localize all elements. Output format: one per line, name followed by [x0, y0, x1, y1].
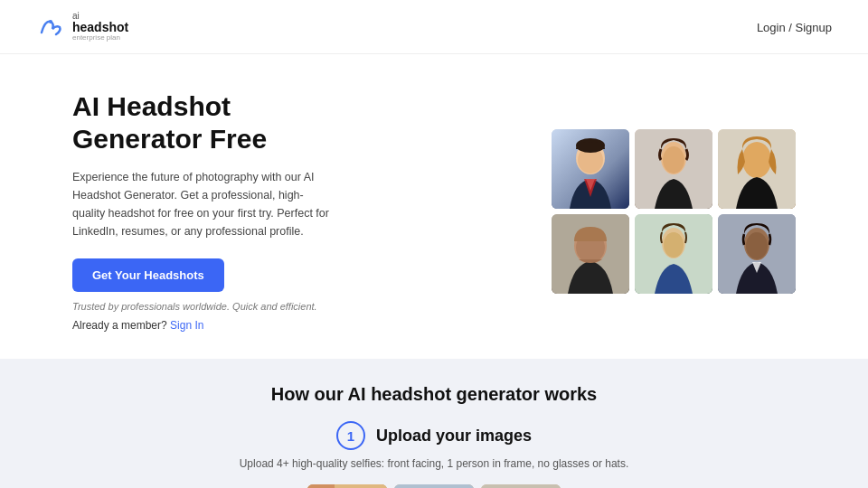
sign-in-prompt: Already a member?	[72, 319, 167, 332]
svg-rect-21	[335, 484, 387, 488]
trusted-text: Trusted by professionals worldwide. Quic…	[72, 301, 335, 312]
step-1-header: 1 Upload your images	[36, 421, 832, 450]
logo-text: ai headshot enterprise plan	[72, 11, 128, 42]
login-signup-link[interactable]: Login / Signup	[757, 21, 832, 34]
headshot-photo-3	[718, 129, 796, 209]
hero-title: AI Headshot Generator Free	[72, 90, 335, 155]
sample-photos	[36, 484, 832, 488]
logo-tagline-label: enterprise plan	[72, 34, 128, 42]
svg-rect-20	[307, 484, 335, 488]
header: ai headshot enterprise plan Login / Sign…	[0, 0, 868, 54]
how-title: How our AI headshot generator works	[36, 384, 832, 405]
step-1-number: 1	[336, 421, 365, 450]
hero-section: AI Headshot Generator Free Experience th…	[0, 54, 868, 359]
headshot-photo-4	[552, 214, 629, 294]
svg-point-15	[664, 232, 684, 258]
sample-photo-1	[307, 484, 387, 488]
how-section: How our AI headshot generator works 1 Up…	[0, 359, 868, 488]
get-headshots-button[interactable]: Get Your Headshots	[72, 258, 224, 292]
headshot-photo-6	[718, 214, 796, 294]
headshot-photo-2	[635, 129, 712, 209]
headshot-photo-5	[635, 214, 712, 294]
headshot-photo-1	[552, 129, 629, 209]
step-1-label: Upload your images	[376, 427, 532, 446]
svg-rect-23	[394, 484, 474, 488]
step-1-desc: Upload 4+ high-quality selfies: front fa…	[36, 457, 832, 470]
nav: Login / Signup	[757, 19, 832, 35]
sign-in-link[interactable]: Sign In	[170, 319, 203, 332]
svg-rect-26	[481, 484, 561, 488]
logo-headshot-label: headshot	[72, 21, 128, 34]
svg-point-18	[746, 232, 768, 259]
sample-photo-3	[481, 484, 561, 488]
hero-description: Experience the future of photography wit…	[72, 168, 335, 240]
logo-icon	[36, 13, 65, 42]
svg-point-9	[742, 142, 771, 178]
sample-photo-2	[394, 484, 474, 488]
svg-point-7	[663, 146, 684, 174]
hero-content: AI Headshot Generator Free Experience th…	[72, 90, 335, 332]
sign-in-line: Already a member? Sign In	[72, 319, 335, 332]
svg-point-0	[49, 20, 52, 23]
headshot-grid	[552, 129, 796, 294]
logo[interactable]: ai headshot enterprise plan	[36, 11, 128, 42]
